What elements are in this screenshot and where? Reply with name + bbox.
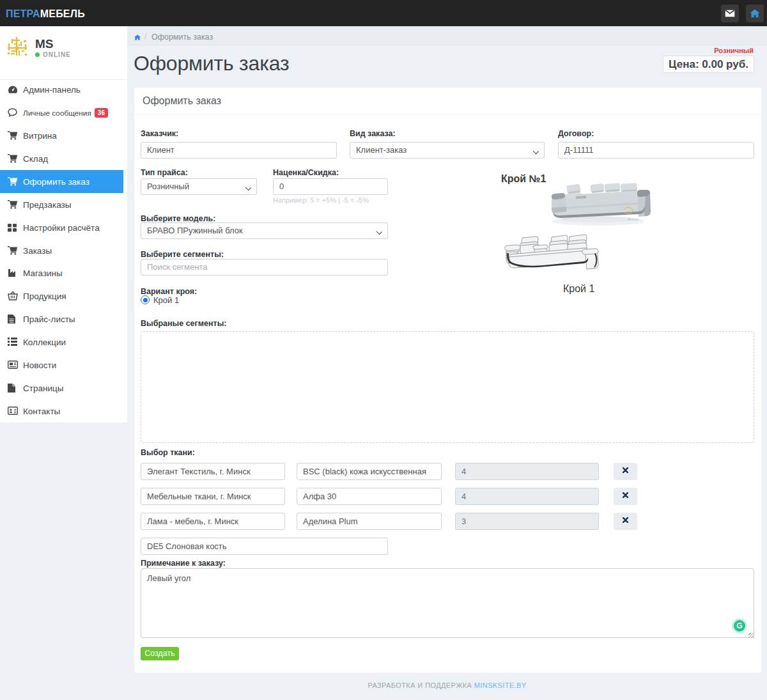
svg-text:Knoba: Knoba <box>628 217 639 221</box>
